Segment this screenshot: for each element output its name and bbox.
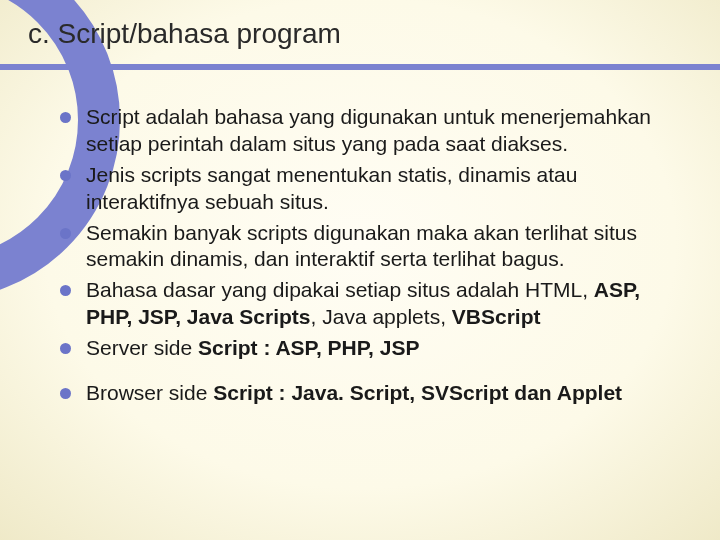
list-item-bold: Script : Java. Script, SVScript dan Appl… [207,381,622,404]
list-item: Script adalah bahasa yang digunakan untu… [56,104,680,158]
bullet-icon [60,285,71,296]
bullet-icon [60,112,71,123]
list-item: Server side Script : ASP, PHP, JSP [56,335,680,362]
list-item-bold: Script : ASP, PHP, JSP [192,336,419,359]
list-item-text: Browser side [86,381,207,404]
list-item-text: Semakin banyak scripts digunakan maka ak… [86,221,637,271]
title-region: c. Script/bahasa program [0,0,720,56]
title-underline [0,64,720,70]
bullet-icon [60,388,71,399]
list-item: Browser side Script : Java. Script, SVSc… [56,380,680,407]
list-item: Jenis scripts sangat menentukan statis, … [56,162,680,216]
list-item-text: Script adalah bahasa yang digunakan untu… [86,105,651,155]
list-item-text: Jenis scripts sangat menentukan statis, … [86,163,577,213]
bullet-icon [60,170,71,181]
list-item-text: Bahasa dasar yang dipakai setiap situs a… [86,278,594,301]
list-item: Bahasa dasar yang dipakai setiap situs a… [56,277,680,331]
page-title: c. Script/bahasa program [28,18,720,50]
list-item-bold: VBScript [452,305,541,328]
list-item-text: Server side [86,336,192,359]
bullet-icon [60,343,71,354]
bullet-icon [60,228,71,239]
content-area: Script adalah bahasa yang digunakan untu… [0,104,720,407]
bullet-list: Script adalah bahasa yang digunakan untu… [56,104,680,407]
list-item-text: , Java applets, [311,305,452,328]
list-item: Semakin banyak scripts digunakan maka ak… [56,220,680,274]
